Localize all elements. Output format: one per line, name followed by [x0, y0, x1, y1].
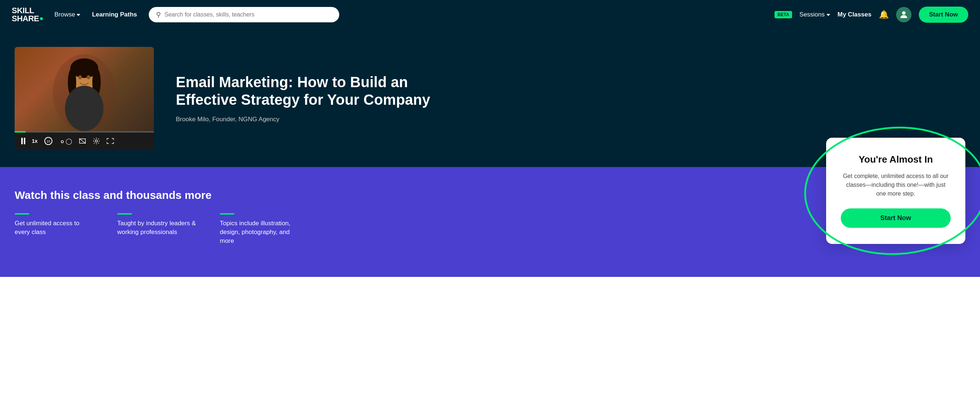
caption-off-icon[interactable] [79, 138, 86, 144]
pause-button[interactable] [21, 138, 25, 144]
svg-point-9 [87, 75, 91, 79]
svg-text:15: 15 [46, 140, 50, 143]
feature-text-1: Get unlimited access to every class [15, 219, 95, 236]
learning-paths-link[interactable]: Learning Paths [92, 11, 137, 18]
svg-point-14 [95, 140, 97, 142]
promo-section: Watch this class and thousands more Get … [0, 167, 980, 277]
avatar[interactable] [896, 7, 912, 22]
notification-bell-icon[interactable]: 🔔 [879, 10, 889, 19]
browse-chevron-icon [76, 14, 80, 16]
hero-author: Brooke Milo, Founder, NGNG Agency [176, 116, 432, 123]
rewind-button[interactable]: 15 [45, 137, 52, 145]
video-thumbnail [15, 47, 154, 131]
playback-speed[interactable]: 1x [32, 138, 38, 144]
feature-line-3 [220, 213, 234, 214]
user-avatar-icon [899, 10, 909, 20]
svg-point-0 [902, 11, 905, 15]
nav-right: BETA Sessions My Classes 🔔 Start Now [775, 6, 968, 23]
settings-icon[interactable] [93, 137, 100, 144]
start-now-card-button[interactable]: Start Now [841, 208, 951, 228]
card-title: You're Almost In [841, 154, 951, 165]
sessions-chevron-icon [827, 14, 830, 16]
svg-point-8 [78, 75, 82, 79]
sessions-menu[interactable]: Sessions [799, 11, 830, 18]
browse-label: Browse [54, 11, 75, 18]
promo-title: Watch this class and thousands more [15, 189, 344, 202]
feature-text-2: Taught by industry leaders & working pro… [117, 219, 198, 236]
my-classes-link[interactable]: My Classes [837, 11, 872, 18]
hero-title: Email Marketing: How to Build an Effecti… [176, 73, 432, 108]
svg-line-13 [79, 138, 86, 144]
card-description: Get complete, unlimited access to all ou… [841, 172, 951, 198]
browse-menu[interactable]: Browse [54, 11, 81, 18]
logo[interactable]: SKILL SHARE [12, 6, 43, 23]
video-player[interactable]: 1x 15 ◯ [15, 47, 154, 149]
video-controls: 1x 15 ◯ [15, 133, 154, 149]
search-input[interactable] [164, 11, 332, 18]
feature-line-2 [117, 213, 132, 214]
navbar: SKILL SHARE Browse Learning Paths ⚲ BETA… [0, 0, 980, 29]
svg-point-12 [61, 141, 64, 143]
promo-feature-2: Taught by industry leaders & working pro… [117, 213, 198, 245]
sessions-label: Sessions [799, 11, 825, 18]
promo-feature-1: Get unlimited access to every class [15, 213, 95, 245]
start-now-nav-button[interactable]: Start Now [919, 6, 968, 23]
bookmark-icon[interactable]: ◯ [59, 137, 72, 144]
beta-badge: BETA [775, 11, 792, 18]
logo-dot [40, 17, 43, 20]
promo-features: Get unlimited access to every class Taug… [15, 213, 344, 245]
signup-card: You're Almost In Get complete, unlimited… [826, 138, 965, 244]
logo-text-skill: SKILL [12, 6, 34, 15]
search-icon: ⚲ [156, 11, 161, 19]
person-silhouette-icon [51, 54, 117, 131]
feature-line-1 [15, 213, 29, 214]
promo-feature-3: Topics include illustration, design, pho… [220, 213, 301, 245]
hero-text: Email Marketing: How to Build an Effecti… [176, 73, 432, 123]
feature-text-3: Topics include illustration, design, pho… [220, 219, 301, 245]
promo-left: Watch this class and thousands more Get … [15, 189, 344, 245]
svg-point-7 [65, 86, 104, 131]
fullscreen-icon[interactable] [107, 138, 114, 144]
logo-text-share: SHARE [12, 15, 39, 23]
search-bar[interactable]: ⚲ [149, 7, 339, 22]
